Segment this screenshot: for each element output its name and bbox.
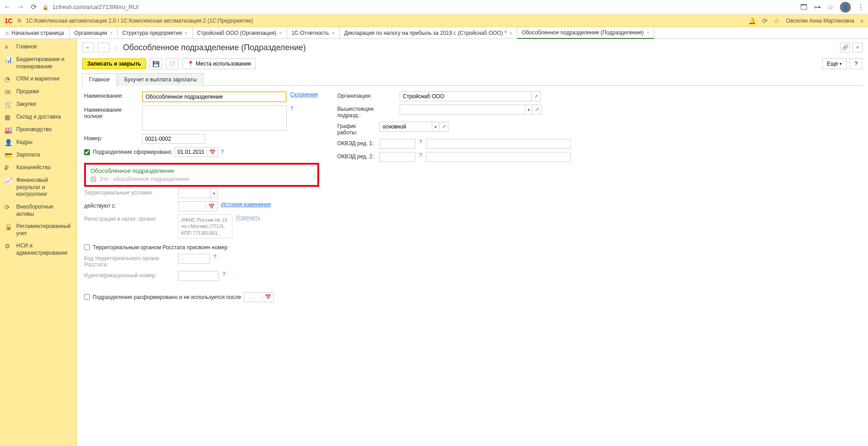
- subtab-main[interactable]: Главное: [82, 73, 117, 86]
- close-icon[interactable]: ×: [509, 30, 512, 36]
- save-button[interactable]: 💾: [150, 58, 162, 70]
- declension-link[interactable]: Склонения: [290, 91, 318, 98]
- dropdown-icon[interactable]: ▾: [525, 105, 532, 114]
- key-icon[interactable]: ⊶: [814, 3, 821, 11]
- translate-icon[interactable]: 🗔: [800, 3, 807, 11]
- favorite-star-icon[interactable]: ☆: [113, 43, 119, 52]
- parent-input[interactable]: [400, 105, 525, 114]
- okved1-code-input[interactable]: [379, 139, 415, 149]
- okved2-code-input[interactable]: [379, 152, 415, 162]
- sidebar-item-sales[interactable]: 🛍Продажи: [0, 85, 76, 98]
- nav-back-button[interactable]: ←: [82, 43, 94, 52]
- tab-home[interactable]: ⌂ Начальная страница: [0, 27, 70, 38]
- sidebar-item-regulated[interactable]: 🔒Регламентированный учет: [0, 220, 76, 240]
- dropdown-icon[interactable]: ▾: [432, 122, 439, 131]
- help-icon[interactable]: ?: [419, 152, 422, 158]
- link-icon[interactable]: 🔗: [840, 43, 850, 52]
- history-link[interactable]: История изменения: [221, 201, 271, 208]
- close-icon[interactable]: ×: [332, 30, 335, 36]
- schedule-input[interactable]: [380, 122, 432, 131]
- sidebar-item-finance[interactable]: 📈Финансовый результат и контроллинг: [0, 174, 76, 201]
- back-icon[interactable]: ←: [4, 3, 11, 11]
- sidebar-item-assets[interactable]: ⟳Внеоборотные активы: [0, 201, 76, 220]
- sidebar-item-hr[interactable]: 👤Кадры: [0, 136, 76, 149]
- close-icon[interactable]: ×: [110, 30, 113, 36]
- calendar-icon[interactable]: 📅: [206, 204, 217, 209]
- disbanded-checkbox[interactable]: [84, 294, 90, 300]
- lock-icon: 🔒: [42, 4, 49, 10]
- rosstat-checkbox[interactable]: [84, 244, 90, 250]
- rosstat-code-input[interactable]: [178, 254, 210, 264]
- tab-organizations[interactable]: Организации ×: [70, 27, 118, 38]
- help-icon[interactable]: ?: [221, 149, 224, 155]
- sidebar-item-budget[interactable]: 📊Бюджетирование и планирование: [0, 53, 76, 73]
- formed-date-input[interactable]: [175, 147, 207, 157]
- help-button[interactable]: ?: [849, 58, 863, 69]
- help-icon[interactable]: ?: [419, 139, 422, 145]
- close-icon[interactable]: ×: [646, 30, 649, 35]
- user-menu-icon[interactable]: ≡: [861, 18, 863, 24]
- sidebar-item-purchases[interactable]: 🛒Закупки: [0, 98, 76, 111]
- dropdown-icon[interactable]: ▾: [210, 189, 217, 198]
- history-icon[interactable]: ⟳: [762, 17, 768, 24]
- user-name: Овселян Анна Мартиновна: [786, 18, 854, 24]
- calendar-icon[interactable]: 📅: [262, 294, 274, 300]
- home-icon: ⌂: [5, 30, 9, 36]
- forward-icon[interactable]: →: [17, 3, 24, 11]
- logo-1c: 1C: [5, 17, 13, 24]
- close-icon[interactable]: ×: [279, 30, 282, 36]
- open-icon[interactable]: ↗: [531, 92, 540, 101]
- reload-icon[interactable]: ⟳: [31, 3, 37, 11]
- more-button[interactable]: Еще ▾: [822, 58, 847, 69]
- gear-icon: ⚙: [5, 242, 12, 250]
- tab-department[interactable]: Обособленное подразделение (Подразделени…: [517, 27, 654, 39]
- id-number-input[interactable]: [178, 271, 219, 281]
- sidebar-item-treasury[interactable]: ₽Казначейство: [0, 161, 76, 174]
- close-icon[interactable]: ×: [184, 30, 187, 36]
- tab-stroisnab[interactable]: Стройснаб ООО (Организация) ×: [193, 27, 287, 38]
- profile-avatar[interactable]: 👤: [840, 2, 851, 13]
- help-icon[interactable]: ?: [222, 271, 226, 277]
- favorites-icon[interactable]: ☆: [774, 17, 780, 24]
- bell-icon[interactable]: 🔔: [748, 17, 756, 24]
- disbanded-date[interactable]: [244, 293, 262, 302]
- form-tabs: Главное Бухучет и выплата зарплаты: [82, 73, 863, 86]
- okved2-name-input[interactable]: [426, 152, 571, 162]
- subtab-accounting[interactable]: Бухучет и выплата зарплаты: [118, 73, 203, 86]
- terr-input[interactable]: [179, 189, 210, 198]
- sidebar-item-salary[interactable]: 💳Зарплата: [0, 149, 76, 161]
- help-icon[interactable]: ?: [213, 254, 217, 260]
- fullname-textarea[interactable]: [142, 105, 287, 131]
- star-icon[interactable]: ☆: [827, 3, 834, 11]
- org-input[interactable]: [400, 92, 531, 101]
- help-icon[interactable]: ?: [290, 105, 293, 112]
- tab-reporting[interactable]: 1С-Отчетность ×: [287, 27, 340, 38]
- change-link[interactable]: Изменить: [236, 214, 260, 221]
- calendar-icon[interactable]: 📅: [207, 149, 218, 155]
- formed-checkbox[interactable]: [84, 149, 90, 155]
- hamburger-icon[interactable]: ≡: [17, 17, 21, 25]
- tab-declaration[interactable]: Декларация по налогу на прибыль за 2019 …: [340, 27, 517, 38]
- number-input[interactable]: [142, 134, 205, 144]
- sidebar-item-production[interactable]: 🏭Производство: [0, 123, 76, 136]
- report-button[interactable]: 📄: [166, 58, 179, 70]
- close-panel-icon[interactable]: ×: [853, 43, 863, 52]
- menu-icon[interactable]: ⋮: [857, 3, 864, 11]
- nav-forward-button[interactable]: →: [98, 43, 109, 52]
- chart-icon: 📊: [5, 56, 12, 63]
- active-from-date[interactable]: [179, 202, 206, 211]
- name-input[interactable]: [142, 91, 287, 102]
- usage-button[interactable]: 📍Места использования: [182, 58, 256, 69]
- save-close-button[interactable]: Записать и закрыть: [82, 58, 146, 69]
- okved2-label: ОКВЭД ред. 2:: [337, 152, 376, 160]
- sidebar-item-warehouse[interactable]: ▦Склад и доставка: [0, 111, 76, 123]
- open-icon[interactable]: ↗: [532, 105, 541, 114]
- open-icon[interactable]: ↗: [439, 122, 448, 131]
- sidebar-item-admin[interactable]: ⚙НСИ и администрирование: [0, 240, 76, 259]
- okved1-name-input[interactable]: [426, 139, 571, 149]
- tab-structure[interactable]: Структура предприятия ×: [118, 27, 192, 38]
- bag-icon: 🛍: [5, 88, 12, 95]
- sidebar-item-main[interactable]: ≡Главное: [0, 41, 76, 53]
- sidebar-item-crm[interactable]: ◔CRM и маркетинг: [0, 73, 76, 85]
- address-bar[interactable]: 🔒 1cfresh.com/a/ca/271399/ru_RU/: [42, 4, 795, 10]
